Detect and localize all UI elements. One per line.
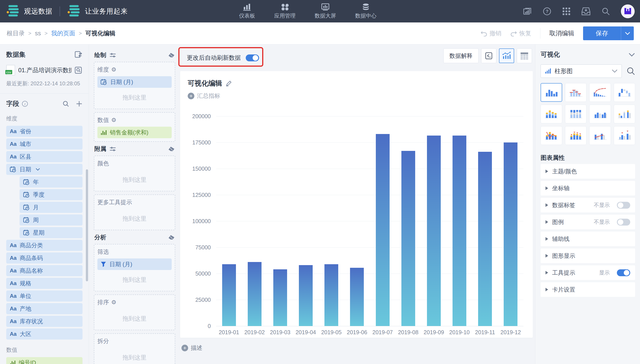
bar[interactable] [427,136,441,326]
help-icon[interactable]: ? [543,7,551,16]
dataset-item[interactable]: csv 01.产品培训演示数据··· [6,65,83,76]
thumbnail-column-trend-chart[interactable] [589,126,611,145]
field-item-dimension[interactable]: Aa大区 [6,328,83,340]
property-row[interactable]: 坐标轴 [541,181,635,196]
thumbnail-percent-stacked-column-chart[interactable] [565,105,587,123]
attach-settings-icon[interactable] [109,146,116,152]
bar[interactable] [478,152,492,326]
sort-gear-icon[interactable]: ⚙ [111,299,116,306]
table-view-button[interactable] [517,48,532,63]
thumbnail-waterfall-chart[interactable] [614,83,635,102]
property-row[interactable]: 辅助线 [541,232,635,246]
property-row[interactable]: 主题/颜色 [541,164,635,179]
property-row[interactable]: 数据标签不显示 [541,198,635,212]
field-item-dimension[interactable]: Aa城市 [6,138,83,150]
bar[interactable] [299,265,313,326]
breadcrumb-item[interactable]: ss [35,30,41,37]
collapse-panel-icon[interactable] [628,53,635,57]
thumbnail-column-line-chart[interactable] [541,126,562,145]
thumbnail-column-chart[interactable] [541,83,562,102]
user-avatar[interactable] [621,4,635,18]
field-item-dimension[interactable]: Aa单位 [6,290,83,302]
chart-type-select[interactable]: 柱形图 [541,64,622,78]
property-toggle[interactable] [617,219,630,226]
filter-chip-date-month[interactable]: 日期 (月) [97,258,172,270]
bar[interactable] [452,136,466,326]
clear-attach-icon[interactable] [168,146,175,152]
apps-grid-icon[interactable] [562,7,571,16]
property-row[interactable]: 图例不显示 [541,215,635,229]
bar[interactable] [273,269,287,326]
thumbnail-grouped-column-chart[interactable] [589,105,611,123]
code-view-button[interactable] [481,48,496,63]
auto-refresh-toggle[interactable] [246,54,259,61]
preview-dataset-icon[interactable] [75,66,83,74]
property-row[interactable]: 卡片设置 [541,282,635,297]
thumbnail-pareto-chart[interactable] [589,83,611,102]
bar[interactable] [401,151,415,326]
property-toggle[interactable] [617,202,630,209]
property-row[interactable]: 图形显示 [541,248,635,263]
field-item-dimension[interactable]: 季度 [20,189,83,200]
thumbnail-stacked-column-chart[interactable] [541,105,562,123]
report-copy-icon[interactable] [523,7,532,16]
search-chart-type-icon[interactable] [627,67,635,75]
inbox-download-icon[interactable] [581,7,591,16]
bar[interactable] [376,134,390,326]
field-item-dimension[interactable]: Aa库存状况 [6,316,83,327]
nav-item-dashboard[interactable]: 仪表板 [239,3,255,19]
add-description[interactable]: + 描述 [182,344,202,352]
bar[interactable] [248,262,262,326]
thumbnail-column-target-chart[interactable] [565,83,587,102]
brand[interactable]: 观远数据 让业务用起来 [0,5,128,18]
edit-title-icon[interactable] [226,80,232,86]
breadcrumb-item[interactable]: 我的页面 [51,29,75,37]
clear-analysis-icon[interactable] [168,234,175,240]
save-button[interactable]: 保存 [583,26,621,40]
field-item-measure[interactable]: 编号ID [6,357,83,364]
bar[interactable] [324,264,338,326]
search-icon[interactable] [601,7,610,16]
field-item-dimension[interactable]: Aa商品条码 [6,252,83,264]
draw-settings-icon[interactable] [109,52,116,58]
measure-chip-sales-sum[interactable]: 销售金额(求和) [97,127,172,138]
dimension-chip-date-month[interactable]: 日期 (月) [97,76,172,88]
data-explain-button[interactable]: 数据解释 [443,48,478,63]
redo-button[interactable]: 恢复 [510,29,531,37]
field-item-dimension[interactable]: 月 [20,202,83,213]
save-dropdown-button[interactable] [621,26,634,40]
field-item-dimension[interactable]: Aa规格 [6,278,83,289]
left-panel-scrollbar[interactable] [86,169,88,281]
breadcrumb-item[interactable]: 根目录 [7,29,25,37]
field-item-dimension[interactable]: Aa商品分类 [6,240,83,251]
field-item-dimension[interactable]: 星期 [20,227,83,238]
nav-item-apps[interactable]: 应用管理 [274,3,296,19]
property-toggle[interactable] [617,269,630,276]
thumbnail-stacked-grouped-column-chart[interactable] [614,105,635,123]
add-summary-metric[interactable]: + 汇总指标 [188,92,526,100]
measure-gear-icon[interactable]: ⚙ [111,117,116,124]
bar[interactable] [350,268,364,326]
bar[interactable] [222,264,236,326]
field-item-dimension[interactable]: Aa省份 [6,126,83,137]
undo-button[interactable]: 撤销 [480,29,501,37]
search-fields-icon[interactable] [63,100,69,107]
thumbnail-column-marker-chart[interactable] [614,126,635,145]
field-item-dimension[interactable]: Aa商品名称 [6,265,83,276]
clear-draw-icon[interactable] [168,52,175,58]
property-row[interactable]: 工具提示显示 [541,265,635,280]
field-item-dimension[interactable]: Aa区县 [6,151,83,162]
field-item-dimension[interactable]: Aa产地 [6,303,83,314]
dimension-gear-icon[interactable]: ⚙ [111,66,116,73]
nav-item-bigscreen[interactable]: 数据大屏 [315,3,336,19]
field-item-dimension[interactable]: 周 [20,214,83,226]
chart-view-button[interactable] [499,48,514,63]
switch-dataset-icon[interactable] [75,51,83,58]
add-field-icon[interactable] [76,100,83,107]
field-item-dimension[interactable]: 年 [20,176,83,188]
field-item-dimension[interactable]: 日期 [6,164,83,175]
bar[interactable] [504,142,517,326]
thumbnail-stacked-column-marker-chart[interactable] [565,126,587,145]
nav-item-datacenter[interactable]: 数据中心 [355,3,376,19]
cancel-edit-button[interactable]: 取消编辑 [549,29,574,38]
